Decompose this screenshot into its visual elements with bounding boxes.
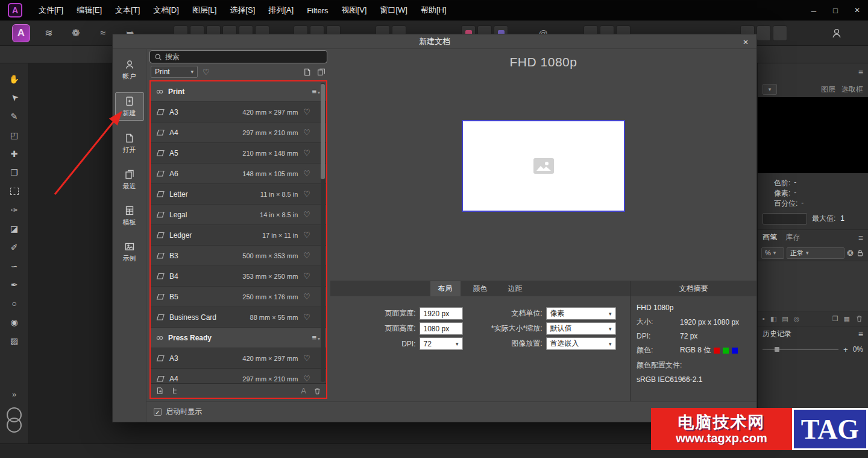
menu-item[interactable]: 帮助[H] xyxy=(414,0,453,21)
wave-icon[interactable]: ≈ xyxy=(94,24,112,42)
menu-item[interactable]: 窗口[W] xyxy=(373,0,414,21)
nav-item-templates[interactable]: 模板 xyxy=(115,202,144,229)
preset-row[interactable]: Print xyxy=(151,81,326,102)
histogram-value-input[interactable] xyxy=(763,213,807,224)
slider-thumb[interactable] xyxy=(775,347,779,352)
favorites-filter-icon[interactable] xyxy=(203,68,210,77)
menu-item[interactable]: 视图[V] xyxy=(335,0,374,21)
gradient-tool-icon[interactable]: ▨ xyxy=(5,331,24,350)
folder-icon[interactable]: ❒ xyxy=(832,315,838,323)
hierarchy-icon[interactable] xyxy=(171,386,180,395)
crop-tool-icon[interactable]: ◰ xyxy=(5,126,24,144)
preset-row[interactable]: A4 297 mm × 210 mm xyxy=(151,369,326,383)
opacity-dropdown[interactable]: % xyxy=(761,247,784,259)
tab-brushes[interactable]: 画笔 xyxy=(763,232,777,243)
close-button[interactable] xyxy=(846,0,868,21)
preset-row[interactable]: A4 297 mm × 210 mm xyxy=(151,122,326,143)
favorite-icon[interactable] xyxy=(303,189,310,199)
new-preset-icon[interactable] xyxy=(303,68,312,77)
menu-item[interactable]: 文档[D] xyxy=(146,0,186,21)
adjustment-icon[interactable]: ▤ xyxy=(782,315,788,323)
dpi-dropdown[interactable]: 72 xyxy=(420,337,463,350)
menu-item[interactable]: 文件[F] xyxy=(32,0,70,21)
toolbar-button[interactable] xyxy=(773,25,787,41)
preset-row[interactable]: Letter 11 in × 8.5 in xyxy=(151,184,326,205)
paint-brush-tool-icon[interactable]: ✐ xyxy=(5,238,24,256)
scrollbar-thumb[interactable] xyxy=(321,84,325,179)
minimize-button[interactable] xyxy=(803,0,825,21)
add-preset-icon[interactable] xyxy=(156,386,164,395)
nav-item-recent[interactable]: 最近 xyxy=(115,166,144,193)
mask-icon[interactable]: ◧ xyxy=(770,315,776,323)
favorite-icon[interactable] xyxy=(303,231,310,240)
preset-row[interactable]: Ledger 17 in × 11 in xyxy=(151,225,326,246)
nav-item-new[interactable]: 新建 xyxy=(115,92,144,121)
brush-stabilizer-icon[interactable]: ≋ xyxy=(40,24,58,42)
blend-mode-dropdown[interactable]: 正常 xyxy=(787,247,844,259)
scrollbar[interactable] xyxy=(321,83,325,382)
favorite-icon[interactable] xyxy=(303,354,310,363)
section-menu-icon[interactable] xyxy=(312,333,320,342)
search-box[interactable] xyxy=(149,50,327,63)
preset-row[interactable]: B3 500 mm × 353 mm xyxy=(151,246,326,266)
tab-stock[interactable]: 库存 xyxy=(785,232,800,243)
panel-menu-icon[interactable] xyxy=(858,233,863,243)
menu-item[interactable]: 编辑[E] xyxy=(70,0,108,21)
panel-menu-icon[interactable] xyxy=(858,329,863,339)
lock-icon[interactable] xyxy=(856,249,864,258)
favorite-icon[interactable] xyxy=(303,128,310,137)
smudge-tool-icon[interactable]: ∽ xyxy=(5,256,24,275)
freehand-selection-tool-icon[interactable]: ✎ xyxy=(5,107,24,126)
search-input[interactable] xyxy=(165,52,322,61)
settings-tab[interactable]: 边距 xyxy=(500,281,530,296)
menu-item[interactable]: 文本[T] xyxy=(108,0,146,21)
fx-icon[interactable]: ◎ xyxy=(794,315,800,323)
menu-item[interactable]: Filters xyxy=(300,0,335,21)
move-tool-icon[interactable]: ➤ xyxy=(5,88,24,107)
layer-icon[interactable]: ▪ xyxy=(763,315,765,322)
preset-row[interactable]: B5 250 mm × 176 mm xyxy=(151,287,326,307)
fill-color-circle[interactable] xyxy=(7,418,22,433)
color-picker-tool-icon[interactable]: ◉ xyxy=(5,313,24,331)
document-units-dropdown[interactable]: 像素 xyxy=(546,307,616,320)
histogram-tab[interactable]: 选取框 xyxy=(841,84,863,95)
view-tool-icon[interactable]: ✋ xyxy=(5,69,24,88)
trash-icon[interactable] xyxy=(855,314,863,323)
erase-tool-icon[interactable]: ◪ xyxy=(5,219,24,238)
duplicate-preset-icon[interactable] xyxy=(316,68,326,77)
actual-size-zoom-dropdown[interactable]: 默认值 xyxy=(546,322,616,335)
preset-row[interactable]: A6 148 mm × 105 mm xyxy=(151,164,326,184)
page-width-input[interactable]: 1920 px xyxy=(420,307,463,320)
shape-tool-icon[interactable]: ○ xyxy=(5,294,24,313)
preset-row[interactable]: Business Card 88 mm × 55 mm xyxy=(151,307,326,328)
dialog-close-button[interactable] xyxy=(738,34,753,49)
user-account-icon[interactable] xyxy=(828,25,845,42)
stroke-fill-color-selector[interactable] xyxy=(4,407,25,435)
color-wheel-icon[interactable]: ❁ xyxy=(67,24,85,42)
preset-row[interactable]: Legal 14 in × 8.5 in xyxy=(151,205,326,225)
favorite-icon[interactable] xyxy=(303,313,310,322)
history-slider[interactable] xyxy=(763,349,838,350)
settings-tab[interactable]: 布局 xyxy=(430,281,461,296)
section-menu-icon[interactable] xyxy=(312,87,320,96)
grid-icon[interactable]: ▦ xyxy=(844,315,850,323)
trash-icon[interactable] xyxy=(313,387,321,395)
preset-row[interactable]: B4 353 mm × 250 mm xyxy=(151,266,326,287)
favorite-icon[interactable] xyxy=(303,169,310,178)
image-placement-dropdown[interactable]: 首选嵌入 xyxy=(546,337,616,350)
healing-brush-tool-icon[interactable]: ✚ xyxy=(5,144,24,163)
page-height-input[interactable]: 1080 px xyxy=(420,322,463,335)
favorite-icon[interactable] xyxy=(303,148,310,157)
favorite-icon[interactable] xyxy=(303,292,310,301)
favorite-icon[interactable] xyxy=(303,272,310,281)
favorite-icon[interactable] xyxy=(303,374,310,383)
favorite-icon[interactable] xyxy=(303,251,310,260)
favorite-icon[interactable] xyxy=(303,107,310,116)
panel-menu-icon[interactable] xyxy=(858,68,863,77)
clone-stamp-tool-icon[interactable]: ❐ xyxy=(5,163,24,182)
menu-item[interactable]: 图层[L] xyxy=(186,0,223,21)
favorite-icon[interactable] xyxy=(303,210,310,219)
expand-tools-button[interactable]: » xyxy=(12,390,16,407)
pen-tool-icon[interactable]: ✒ xyxy=(5,275,24,294)
nav-item-samples[interactable]: 示例 xyxy=(115,238,144,266)
